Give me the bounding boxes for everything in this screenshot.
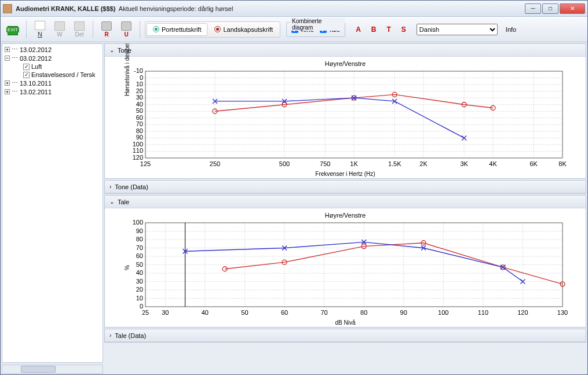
a-button[interactable]: A (356, 25, 361, 34)
svg-text:90: 90 (136, 227, 143, 234)
tree-node[interactable]: +⋯13.10.2011 (3, 79, 101, 87)
svg-text:750: 750 (320, 160, 330, 167)
b-button[interactable]: B (371, 25, 377, 34)
svg-text:10: 10 (136, 80, 143, 87)
svg-text:10: 10 (136, 295, 143, 302)
tone-header[interactable]: ⌄Tone (105, 44, 586, 57)
svg-text:30: 30 (136, 94, 143, 101)
svg-text:20: 20 (136, 286, 143, 293)
svg-text:50: 50 (136, 107, 143, 114)
tree-node[interactable]: +⋯13.02.2012 (3, 45, 101, 54)
app-icon (3, 4, 12, 13)
new-button[interactable]: N (31, 19, 49, 40)
svg-text:1.5K: 1.5K (388, 160, 401, 167)
svg-text:70: 70 (136, 244, 143, 251)
tone-panel: ⌄Tone Høyre/Venstre Hørselsnivå i desibe… (104, 43, 586, 179)
statusbar (1, 364, 587, 374)
t-button[interactable]: T (386, 25, 390, 34)
delete-button[interactable]: Del (71, 19, 88, 40)
svg-text:30: 30 (136, 278, 143, 285)
tale-panel: ⌄Tale Høyre/Venstre % 253040506070809010… (104, 195, 586, 328)
minimize-button[interactable]: ─ (525, 3, 541, 14)
print-u-button[interactable]: U (118, 19, 135, 40)
print-r-button[interactable]: R (98, 19, 115, 40)
date-tree[interactable]: +⋯13.02.2012 −⋯03.02.2012 Luft Enstavels… (2, 43, 103, 363)
svg-text:60: 60 (281, 309, 288, 316)
svg-text:4K: 4K (489, 160, 497, 167)
app-window: Audiometri KRANK, KALLE ($$$) Aktuell he… (0, 0, 588, 375)
svg-text:0: 0 (140, 74, 143, 81)
svg-text:1K: 1K (350, 160, 358, 167)
tale-data-header[interactable]: ›Tale (Data) (105, 329, 586, 342)
svg-text:30: 30 (162, 309, 169, 316)
orientation-group: Portrettutskrift Landskapsutskrift (145, 21, 280, 38)
svg-text:70: 70 (136, 120, 143, 127)
tone-data-header[interactable]: ›Tone (Data) (105, 181, 586, 193)
svg-text:8K: 8K (558, 160, 567, 167)
main-panels: ⌄Tone Høyre/Venstre Hørselsnivå i desibe… (104, 43, 586, 363)
toolbar: EXIT N W Del R U Portrettutskrift Landsk… (1, 17, 587, 42)
window-title: Audiometri KRANK, KALLE ($$$) Aktuell he… (16, 5, 525, 12)
svg-text:40: 40 (202, 309, 209, 316)
svg-text:50: 50 (241, 309, 248, 316)
tale-header[interactable]: ⌄Tale (105, 196, 586, 208)
tree-node[interactable]: +⋯13.02.2011 (3, 87, 101, 96)
svg-text:120: 120 (133, 154, 143, 161)
svg-text:100: 100 (133, 220, 143, 226)
svg-text:80: 80 (136, 127, 143, 134)
svg-text:110: 110 (478, 309, 488, 316)
tone-data-panel: ›Tone (Data) (104, 180, 586, 194)
w-button[interactable]: W (51, 19, 68, 40)
svg-text:40: 40 (136, 269, 143, 276)
maximize-button[interactable]: □ (542, 3, 558, 14)
svg-text:0: 0 (140, 303, 143, 310)
svg-text:80: 80 (136, 236, 143, 242)
svg-text:2K: 2K (419, 160, 428, 167)
svg-text:250: 250 (210, 160, 220, 167)
svg-text:3K: 3K (460, 160, 468, 167)
svg-text:100: 100 (133, 141, 143, 148)
abts-buttons: A B T S (356, 25, 406, 34)
svg-text:90: 90 (400, 309, 407, 316)
svg-text:60: 60 (136, 252, 143, 259)
landscape-radio[interactable]: Landskapsutskrift (209, 24, 279, 35)
language-select[interactable]: Danish (417, 24, 498, 35)
info-button[interactable]: Info (506, 26, 516, 33)
svg-text:120: 120 (517, 309, 528, 316)
tone-chart: Høyre/Venstre Hørselsnivå i desibel (dB)… (105, 57, 586, 178)
tree-node[interactable]: −⋯03.02.2012 (3, 54, 101, 62)
close-button[interactable]: ✕ (560, 3, 585, 14)
svg-text:70: 70 (320, 309, 327, 316)
tale-data-panel: ›Tale (Data) (104, 329, 586, 343)
svg-text:25: 25 (142, 309, 149, 316)
combined-diagram-group: Kombinerte diagram Tone Tale (286, 22, 345, 37)
tale-chart: Høyre/Venstre % 253040506070809010011012… (105, 208, 586, 327)
svg-text:60: 60 (136, 114, 143, 121)
svg-text:125: 125 (140, 160, 151, 167)
exit-button[interactable]: EXIT (4, 19, 21, 40)
svg-text:80: 80 (360, 309, 367, 316)
svg-text:6K: 6K (529, 160, 538, 167)
svg-text:40: 40 (136, 101, 143, 108)
svg-text:100: 100 (438, 309, 448, 316)
tree-node[interactable]: Luft (3, 62, 101, 71)
svg-text:130: 130 (557, 309, 568, 316)
svg-text:90: 90 (136, 134, 143, 141)
svg-text:50: 50 (136, 261, 143, 268)
svg-text:500: 500 (279, 160, 290, 167)
svg-text:110: 110 (133, 147, 143, 154)
svg-text:20: 20 (136, 87, 143, 94)
tree-node[interactable]: Enstavelsesord / Tersk (3, 71, 101, 79)
svg-text:-10: -10 (134, 68, 143, 74)
titlebar[interactable]: Audiometri KRANK, KALLE ($$$) Aktuell he… (1, 1, 587, 17)
portrait-radio[interactable]: Portrettutskrift (147, 23, 207, 36)
s-button[interactable]: S (401, 25, 406, 34)
tree-hscroll[interactable] (2, 365, 103, 374)
